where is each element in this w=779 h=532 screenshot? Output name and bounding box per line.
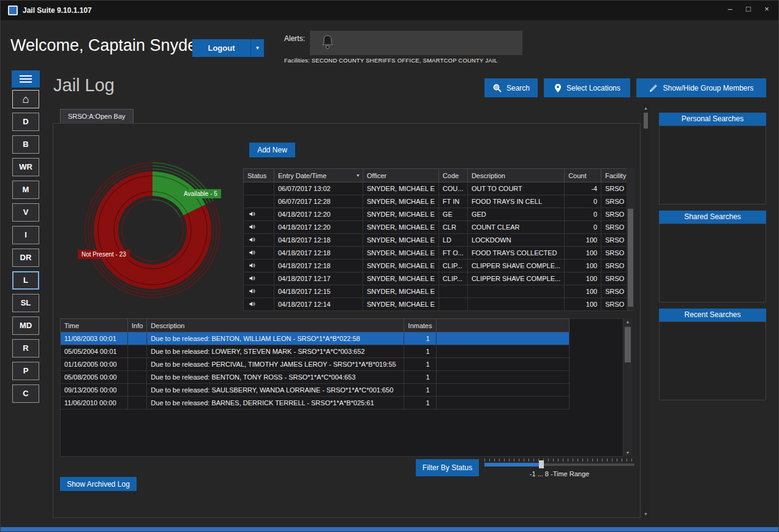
column-header-time[interactable]: Time (61, 319, 128, 332)
tab-srso-a-open-bay[interactable]: SRSO:A:Open Bay (60, 109, 134, 124)
app-icon (8, 6, 18, 15)
jail-log-table: StatusEntry Date/Time▼OfficerCodeDescrip… (243, 168, 633, 311)
log-cell: 04/18/2017 12:14 (274, 298, 363, 311)
log-cell: SNYDER, MICHAEL E (363, 182, 439, 195)
scrollbar-thumb[interactable] (644, 113, 648, 129)
show-hide-group-members-button[interactable]: Show/Hide Group Members (636, 78, 766, 97)
log-cell (467, 285, 564, 298)
log-cell: CLIP... (438, 260, 467, 272)
log-entry-row[interactable]: 04/18/2017 12:18SNYDER, MICHAEL EFT O...… (244, 247, 633, 260)
slider-ticks (484, 459, 634, 462)
scrollbar-thumb[interactable] (628, 209, 633, 307)
log-cell: CLIPPER SHAVE COMPLE... (467, 260, 564, 272)
scroll-up-icon[interactable]: ▲ (623, 318, 632, 326)
release-table-scrollbar[interactable]: ▲ ▼ (623, 318, 632, 457)
time-range-slider[interactable] (484, 457, 634, 470)
search-button-label: Search (506, 84, 530, 92)
log-table-scrollbar[interactable] (627, 168, 634, 310)
sidebar-item-home[interactable]: ⌂ (12, 90, 39, 108)
log-entry-row[interactable]: 04/18/2017 12:20SNYDER, MICHAEL ECLRCOUN… (244, 221, 633, 234)
sidebar-item-c[interactable]: C (12, 384, 39, 403)
scrollbar-thumb[interactable] (625, 327, 631, 362)
sidebar-item-v[interactable]: V (12, 203, 39, 222)
scroll-down-icon[interactable]: ▼ (642, 511, 649, 518)
log-entry-row[interactable]: 06/07/2017 12:28SNYDER, MICHAEL EFT INFO… (244, 195, 633, 208)
sidebar-item-wr[interactable]: WR (12, 158, 39, 176)
column-header-status[interactable]: Status (244, 169, 274, 182)
release-cell: 11/08/2003 00:01 (61, 332, 128, 345)
chart-callout-available: Available - 5 (180, 189, 221, 198)
release-row[interactable]: 01/16/2005 00:00Due to be released: PERC… (61, 358, 570, 371)
column-header-filler[interactable] (436, 319, 569, 332)
log-cell: FOOD TRAYS IN CELL (467, 195, 564, 208)
sidebar-item-dr[interactable]: DR (12, 249, 39, 267)
search-button[interactable]: Search (484, 78, 538, 97)
log-cell: 04/18/2017 12:15 (274, 285, 363, 298)
search-icon (492, 83, 502, 93)
column-header-inmates[interactable]: Inmates (404, 319, 436, 332)
select-locations-label: Select Locations (566, 84, 620, 92)
column-header-info[interactable]: Info (128, 319, 147, 332)
minimize-button[interactable]: – (726, 4, 734, 13)
welcome-text: Welcome, Captain Snyder (10, 36, 202, 55)
select-locations-button[interactable]: Select Locations (544, 78, 630, 97)
release-cell (436, 345, 569, 358)
release-cell (436, 384, 569, 397)
logout-dropdown-arrow-icon[interactable]: ▼ (250, 39, 264, 57)
log-entry-row[interactable]: 04/18/2017 12:15SNYDER, MICHAEL E100SRSO (244, 285, 633, 298)
add-new-button[interactable]: Add New (249, 143, 295, 157)
release-row[interactable]: 11/08/2003 00:01Due to be released: BENT… (61, 332, 570, 345)
release-row[interactable]: 09/13/2005 00:00Due to be released: SAUL… (61, 384, 570, 397)
recent-searches-header[interactable]: Recent Searches (659, 309, 766, 321)
log-entry-row[interactable]: 04/18/2017 12:17SNYDER, MICHAEL ECLIP...… (244, 272, 633, 285)
release-row[interactable]: 05/05/2004 00:01Due to be released: LOWE… (61, 345, 570, 358)
status-cell (244, 195, 274, 208)
personal-searches-header[interactable]: Personal Searches (659, 113, 766, 126)
column-header-description[interactable]: Description (147, 319, 404, 332)
column-header-description[interactable]: Description (467, 169, 564, 182)
show-archived-log-button[interactable]: Show Archived Log (60, 477, 137, 491)
column-header-count[interactable]: Count (565, 169, 601, 182)
log-entry-row[interactable]: 06/07/2017 13:02SNYDER, MICHAEL ECOU...O… (244, 182, 633, 195)
status-cell (244, 247, 274, 260)
facilities-text: Facilities: SECOND COUNTY SHERIFFS OFFIC… (284, 57, 497, 64)
sidebar-item-b[interactable]: B (12, 135, 39, 154)
logout-button[interactable]: Logout ▼ (192, 39, 264, 57)
sidebar-item-md[interactable]: MD (12, 317, 39, 335)
column-header-code[interactable]: Code (438, 169, 467, 182)
announcement-icon (249, 211, 255, 217)
shared-searches-header[interactable]: Shared Searches (659, 211, 766, 223)
column-header-officer[interactable]: Officer (363, 169, 439, 182)
menu-button[interactable] (12, 70, 40, 88)
close-button[interactable]: × (762, 4, 771, 13)
release-row[interactable]: 05/08/2005 00:00Due to be released: BENT… (61, 371, 570, 384)
sidebar-item-r[interactable]: R (12, 339, 39, 358)
alert-bell-icon (321, 34, 334, 51)
filter-by-status-button[interactable]: Filter By Status (416, 459, 479, 476)
log-entry-row[interactable]: 04/18/2017 12:18SNYDER, MICHAEL ECLIP...… (244, 260, 633, 272)
release-cell (436, 358, 569, 371)
log-entry-row[interactable]: 04/18/2017 12:18SNYDER, MICHAEL ELDLOCKD… (244, 234, 633, 247)
release-row[interactable]: 11/06/2010 00:00Due to be released: BARN… (61, 397, 570, 410)
main-content-scrollbar[interactable]: ▲ ▼ (642, 105, 649, 518)
slider-thumb[interactable] (539, 460, 544, 468)
sidebar-item-m[interactable]: M (12, 181, 39, 199)
slider-fill (484, 463, 541, 466)
release-cell: 05/08/2005 00:00 (61, 371, 128, 384)
release-cell: Due to be released: SAULSBERRY, WANDA LO… (147, 384, 404, 397)
release-cell: 1 (404, 345, 436, 358)
column-header-entry-date-time[interactable]: Entry Date/Time▼ (274, 169, 363, 182)
sidebar-item-i[interactable]: I (12, 226, 39, 244)
sidebar-item-l[interactable]: L (12, 271, 39, 290)
scroll-up-icon[interactable]: ▲ (642, 105, 649, 112)
maximize-button[interactable]: □ (744, 4, 753, 13)
log-entry-row[interactable]: 04/18/2017 12:14SNYDER, MICHAEL E100SRSO (244, 298, 633, 311)
sidebar-item-p[interactable]: P (12, 362, 39, 380)
log-cell: SNYDER, MICHAEL E (363, 298, 439, 311)
scroll-down-icon[interactable]: ▼ (623, 449, 632, 457)
sort-dropdown-icon[interactable]: ▼ (356, 173, 360, 178)
sidebar-item-sl[interactable]: SL (12, 294, 39, 312)
release-cell (436, 332, 569, 345)
sidebar-item-d[interactable]: D (12, 113, 39, 131)
log-entry-row[interactable]: 04/18/2017 12:20SNYDER, MICHAEL EGEGED0S… (244, 208, 633, 221)
